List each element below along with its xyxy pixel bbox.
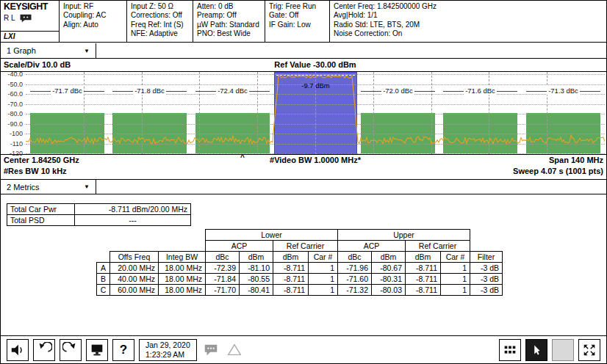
total-car-pwr-label: Total Car Pwr xyxy=(7,204,75,215)
trace-marker-caret: ^ xyxy=(240,153,245,161)
message-bubble-icon xyxy=(203,342,219,358)
status-header: KEYSIGHT R L LXI Input: RF Coupling: AC … xyxy=(1,1,606,43)
integ-bw-header: Integ BW xyxy=(159,252,206,263)
upper-group-header: Upper xyxy=(338,230,470,241)
metrics-window-bar: 2 Metrics ▼ xyxy=(1,179,606,194)
fullscreen-button[interactable] xyxy=(578,339,600,361)
total-psd-value: --- xyxy=(75,215,191,226)
dbm-header: dBm xyxy=(240,252,273,263)
acp-offset-label: -72.0 dBc xyxy=(361,87,435,95)
spectrum-plot-band: -40.0 -50.0 -60.0 -70.0 -80.0 -90.0 -100… xyxy=(1,71,606,155)
acp-results-table: Lower Upper ACP Ref Carrier ACP Ref Carr… xyxy=(96,229,503,296)
table-header-row: ACP Ref Carrier ACP Ref Carrier xyxy=(97,241,503,252)
undo-button[interactable] xyxy=(33,339,55,361)
warning-triangle-icon xyxy=(226,342,243,358)
table-row: Total PSD --- xyxy=(7,215,191,226)
header-trigger-settings[interactable]: Trig: Free Run Gate: Off IF Gain: Low xyxy=(265,1,330,42)
offs-freq-header: Offs Freq xyxy=(110,252,159,263)
metrics-selector-dropdown[interactable]: 2 Metrics ▼ xyxy=(1,180,96,194)
plot-footer-row2: #Res BW 10 kHz Sweep 4.07 s (1001 pts) xyxy=(1,167,606,178)
car-header: Car # xyxy=(441,252,470,263)
carrier-power-line xyxy=(276,75,355,76)
keysight-logo: KEYSIGHT xyxy=(4,2,56,11)
lower-ref-carrier-header: Ref Carrier xyxy=(273,241,338,252)
graph-window-bar: 1 Graph ▼ xyxy=(1,43,606,59)
date-label: Jan 29, 2020 xyxy=(146,341,190,350)
touch-pointer-icon xyxy=(528,342,545,358)
plot-footer-row1: Center 1.84250 GHz #Video BW 1.0000 MHz*… xyxy=(1,156,606,167)
carrier-power-label: -9.7 dBm xyxy=(274,81,357,90)
expand-arrows-icon xyxy=(581,342,597,358)
remote-listen-indicators: R L xyxy=(4,14,15,23)
header-atten-settings[interactable]: Atten: 0 dB Preamp: Off µW Path: Standar… xyxy=(193,1,265,42)
help-label: ? xyxy=(120,343,127,357)
mute-speaker-button[interactable] xyxy=(7,339,29,361)
y-axis-labels: -40.0 -50.0 -60.0 -70.0 -80.0 -90.0 -100… xyxy=(1,72,24,154)
upper-ref-carrier-header: Ref Carrier xyxy=(406,241,470,252)
res-bw-label: #Res BW 10 kHz xyxy=(4,167,67,175)
message-bubble-icon xyxy=(19,14,32,23)
total-psd-label: Total PSD xyxy=(7,215,75,226)
screen-capture-button[interactable] xyxy=(86,339,108,361)
ref-value-label: Ref Value -30.00 dBm xyxy=(26,60,605,69)
acp-offset-label: -72.4 dBc xyxy=(195,87,270,95)
help-button[interactable]: ? xyxy=(112,339,134,361)
apps-grid-icon xyxy=(502,342,518,358)
dropdown-caret-icon: ▼ xyxy=(84,48,90,54)
blank-button[interactable] xyxy=(552,339,574,361)
table-header-row: Lower Upper xyxy=(97,230,503,241)
redo-button[interactable] xyxy=(60,339,82,361)
span-label: Span 140 MHz xyxy=(549,156,603,164)
speaker-icon xyxy=(10,342,26,358)
redo-icon xyxy=(62,342,79,358)
table-header-row: Offs Freq Integ BW dBc dBm dBm Car # dBc… xyxy=(97,252,503,263)
lower-acp-header: ACP xyxy=(206,241,273,252)
acp-offset-label: -71.7 dBc xyxy=(30,87,104,95)
acp-offset-label: -71.8 dBc xyxy=(112,87,187,95)
undo-icon xyxy=(36,342,52,358)
dbc-header: dBc xyxy=(338,252,372,263)
screen-capture-icon xyxy=(89,342,105,358)
dropdown-caret-icon: ▼ xyxy=(84,183,90,190)
sweep-label: Sweep 4.07 s (1001 pts) xyxy=(513,167,603,175)
dbm-header: dBm xyxy=(372,252,406,263)
brand-cell: KEYSIGHT R L LXI xyxy=(1,1,60,42)
ref-dbm-header: dBm xyxy=(273,252,309,263)
dbc-header: dBc xyxy=(206,252,240,263)
lower-group-header: Lower xyxy=(206,230,338,241)
table-row-offset-a: A 20.00 MHz 18.00 MHz -72.39 -81.10 -8.7… xyxy=(97,263,503,274)
datetime-display[interactable]: Jan 29, 2020 1:23:29 AM xyxy=(139,339,197,361)
acp-offset-label: -71.6 dBc xyxy=(443,87,517,95)
header-impedance-settings[interactable]: Input Z: 50 Ω Corrections: Off Freq Ref:… xyxy=(127,1,193,42)
touch-toggle-button[interactable] xyxy=(525,339,547,361)
apps-grid-button[interactable] xyxy=(499,339,521,361)
video-bw-label: #Video BW 1.0000 MHz* xyxy=(26,156,605,164)
acp-offset-label: -71.3 dBc xyxy=(526,87,600,95)
table-row: Total Car Pwr -8.711 dBm/20.00 MHz xyxy=(7,204,191,215)
table-row-offset-b: B 40.00 MHz 18.00 MHz -71.84 -80.55 -8.7… xyxy=(97,274,503,285)
filter-header: Filter xyxy=(470,252,503,263)
header-input-settings[interactable]: Input: RF Coupling: AC Align: Auto xyxy=(60,1,127,42)
analyzer-screen: KEYSIGHT R L LXI Input: RF Coupling: AC … xyxy=(0,0,607,364)
ref-dbm-header: dBm xyxy=(406,252,441,263)
header-freq-settings[interactable]: Center Freq: 1.842500000 GHz Avg|Hold: 1… xyxy=(330,1,606,42)
car-header: Car # xyxy=(309,252,338,263)
lxi-logo: LXI xyxy=(4,32,15,40)
spectrum-plot[interactable]: -71.7 dBc -71.8 dBc -72.4 dBc -9.7 dBm -… xyxy=(26,72,605,154)
system-message-indicator[interactable] xyxy=(201,341,220,360)
warning-indicator[interactable] xyxy=(225,341,244,360)
scale-row: Scale/Div 10.0 dB Ref Value -30.00 dBm xyxy=(1,59,606,71)
time-label: 1:23:29 AM xyxy=(146,350,190,360)
bottom-toolbar: ? Jan 29, 2020 1:23:29 AM xyxy=(1,335,606,363)
carrier-power-summary-table: Total Car Pwr -8.711 dBm/20.00 MHz Total… xyxy=(7,203,191,226)
upper-acp-header: ACP xyxy=(338,241,406,252)
table-row-offset-c: C 60.00 MHz 18.00 MHz -71.70 -80.41 -8.7… xyxy=(97,285,503,296)
total-car-pwr-value: -8.711 dBm/20.00 MHz xyxy=(75,204,191,215)
graph-selector-dropdown[interactable]: 1 Graph ▼ xyxy=(1,43,96,58)
